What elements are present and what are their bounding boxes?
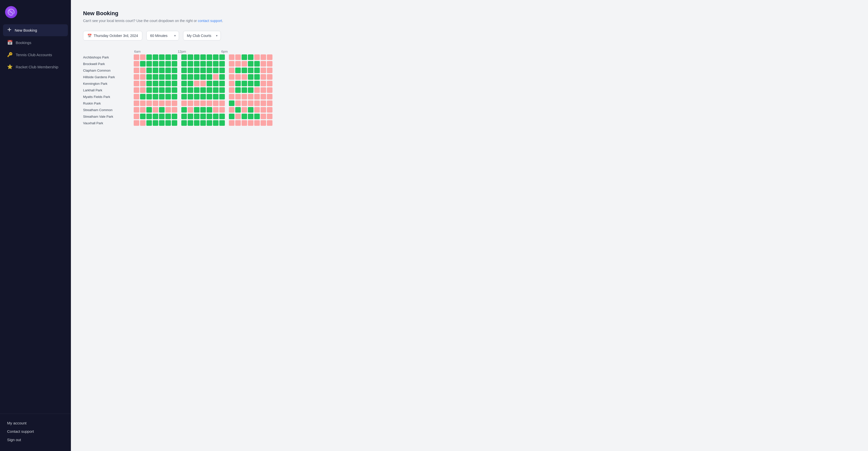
booking-slot[interactable] — [213, 55, 219, 60]
booking-slot[interactable] — [200, 61, 206, 67]
booking-slot[interactable] — [140, 114, 146, 119]
booking-slot[interactable] — [207, 94, 212, 99]
footer-link-my-account[interactable]: My account — [7, 419, 64, 427]
booking-slot[interactable] — [153, 74, 158, 80]
booking-slot[interactable] — [213, 81, 219, 86]
booking-slot[interactable] — [194, 61, 199, 67]
booking-slot[interactable] — [181, 81, 187, 86]
booking-slot[interactable] — [260, 107, 266, 112]
booking-slot[interactable] — [140, 81, 146, 86]
booking-slot[interactable] — [181, 61, 187, 67]
booking-slot[interactable] — [219, 87, 225, 93]
booking-slot[interactable] — [146, 120, 152, 126]
booking-slot[interactable] — [159, 87, 164, 93]
booking-slot[interactable] — [153, 81, 158, 86]
booking-slot[interactable] — [219, 68, 225, 73]
booking-slot[interactable] — [165, 94, 171, 99]
booking-slot[interactable] — [260, 74, 266, 80]
booking-slot[interactable] — [188, 100, 193, 106]
booking-slot[interactable] — [165, 100, 171, 106]
booking-slot[interactable] — [181, 68, 187, 73]
booking-slot[interactable] — [200, 87, 206, 93]
booking-slot[interactable] — [207, 120, 212, 126]
booking-slot[interactable] — [188, 55, 193, 60]
contact-support-link[interactable]: contact support — [198, 19, 222, 23]
booking-slot[interactable] — [235, 68, 241, 73]
booking-slot[interactable] — [248, 107, 253, 112]
booking-slot[interactable] — [219, 94, 225, 99]
booking-slot[interactable] — [134, 68, 139, 73]
booking-slot[interactable] — [254, 120, 260, 126]
booking-slot[interactable] — [188, 107, 193, 112]
booking-slot[interactable] — [172, 114, 177, 119]
booking-slot[interactable] — [194, 100, 199, 106]
booking-slot[interactable] — [188, 114, 193, 119]
booking-slot[interactable] — [207, 55, 212, 60]
booking-slot[interactable] — [254, 61, 260, 67]
booking-slot[interactable] — [242, 61, 247, 67]
booking-slot[interactable] — [242, 68, 247, 73]
booking-slot[interactable] — [219, 107, 225, 112]
booking-slot[interactable] — [260, 114, 266, 119]
booking-slot[interactable] — [260, 61, 266, 67]
booking-slot[interactable] — [181, 120, 187, 126]
duration-select[interactable]: 30 Minutes45 Minutes60 Minutes90 Minutes… — [150, 34, 169, 38]
booking-slot[interactable] — [242, 81, 247, 86]
booking-slot[interactable] — [153, 120, 158, 126]
booking-slot[interactable] — [260, 94, 266, 99]
booking-slot[interactable] — [146, 74, 152, 80]
booking-slot[interactable] — [159, 74, 164, 80]
booking-slot[interactable] — [134, 81, 139, 86]
booking-slot[interactable] — [140, 100, 146, 106]
booking-slot[interactable] — [188, 94, 193, 99]
booking-slot[interactable] — [165, 114, 171, 119]
booking-slot[interactable] — [229, 100, 235, 106]
booking-slot[interactable] — [200, 107, 206, 112]
booking-slot[interactable] — [207, 74, 212, 80]
booking-slot[interactable] — [242, 114, 247, 119]
booking-slot[interactable] — [146, 81, 152, 86]
booking-slot[interactable] — [181, 74, 187, 80]
booking-slot[interactable] — [194, 94, 199, 99]
booking-slot[interactable] — [229, 55, 235, 60]
booking-slot[interactable] — [260, 120, 266, 126]
booking-slot[interactable] — [213, 74, 219, 80]
booking-slot[interactable] — [200, 74, 206, 80]
booking-slot[interactable] — [134, 120, 139, 126]
booking-slot[interactable] — [235, 55, 241, 60]
booking-slot[interactable] — [165, 74, 171, 80]
booking-slot[interactable] — [153, 55, 158, 60]
booking-slot[interactable] — [165, 55, 171, 60]
booking-slot[interactable] — [140, 120, 146, 126]
booking-slot[interactable] — [260, 81, 266, 86]
booking-slot[interactable] — [260, 87, 266, 93]
booking-slot[interactable] — [242, 120, 247, 126]
booking-slot[interactable] — [229, 74, 235, 80]
booking-slot[interactable] — [260, 100, 266, 106]
booking-slot[interactable] — [207, 100, 212, 106]
booking-slot[interactable] — [134, 100, 139, 106]
booking-slot[interactable] — [242, 87, 247, 93]
booking-slot[interactable] — [153, 94, 158, 99]
booking-slot[interactable] — [248, 100, 253, 106]
booking-slot[interactable] — [235, 100, 241, 106]
booking-slot[interactable] — [159, 61, 164, 67]
booking-slot[interactable] — [146, 68, 152, 73]
booking-slot[interactable] — [267, 100, 273, 106]
booking-slot[interactable] — [172, 74, 177, 80]
booking-slot[interactable] — [219, 74, 225, 80]
booking-slot[interactable] — [153, 87, 158, 93]
booking-slot[interactable] — [219, 55, 225, 60]
booking-slot[interactable] — [229, 87, 235, 93]
booking-slot[interactable] — [207, 107, 212, 112]
booking-slot[interactable] — [219, 114, 225, 119]
booking-slot[interactable] — [188, 87, 193, 93]
booking-slot[interactable] — [267, 107, 273, 112]
booking-slot[interactable] — [229, 61, 235, 67]
booking-slot[interactable] — [134, 55, 139, 60]
booking-slot[interactable] — [194, 74, 199, 80]
booking-slot[interactable] — [213, 68, 219, 73]
booking-slot[interactable] — [229, 120, 235, 126]
booking-slot[interactable] — [153, 68, 158, 73]
booking-slot[interactable] — [267, 61, 273, 67]
